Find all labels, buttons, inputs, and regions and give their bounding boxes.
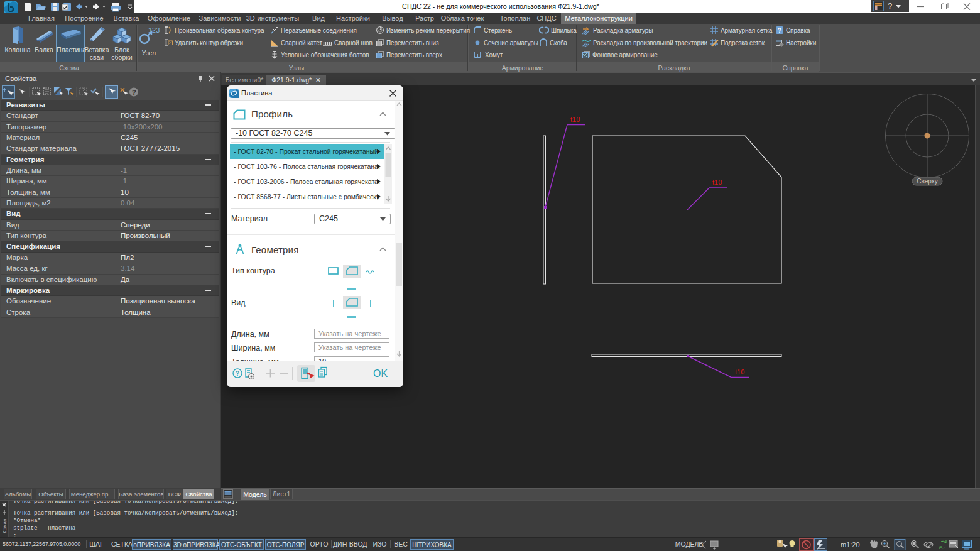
svg-text:t10: t10 [712,178,722,186]
svg-text:Коман: Коман [2,519,8,533]
svg-text:OK: OK [373,368,388,379]
svg-text:?: ? [236,370,239,377]
svg-text:?: ? [888,1,892,11]
svg-text:Сверху: Сверху [917,178,937,185]
svg-text:t10: t10 [570,116,580,123]
svg-text:?: ? [132,89,136,96]
svg-text:t10: t10 [735,368,744,376]
svg-text:?: ? [778,27,781,34]
svg-text:m1:20: m1:20 [841,541,860,548]
